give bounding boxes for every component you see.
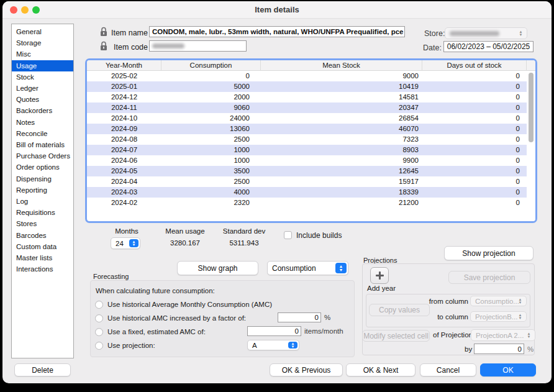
column-header[interactable]: Consumption — [161, 60, 261, 70]
table-scrollbar[interactable] — [527, 71, 535, 221]
table-cell: 2500 — [161, 134, 261, 145]
modify-selected-cell-label: Modify selected cell — [363, 332, 429, 340]
sidebar-item-custom-data[interactable]: Custom data — [12, 241, 73, 252]
by-percent-value: 0 — [518, 345, 522, 353]
amc-factor-input[interactable]: 0 — [278, 312, 321, 322]
sidebar-item-general[interactable]: General — [12, 26, 73, 37]
add-year-button[interactable] — [370, 267, 389, 284]
sidebar-item-backorders[interactable]: Backorders — [12, 105, 73, 116]
table-row[interactable]: 2024-042500159170 — [87, 176, 535, 187]
table-cell: 2320 — [161, 198, 261, 208]
ok-next-button[interactable]: OK & Next — [346, 363, 416, 376]
table-row[interactable]: 2024-1024000268540 — [87, 113, 535, 124]
table-cell: 2000 — [161, 92, 261, 103]
column-header-corner — [527, 60, 535, 70]
titlebar: Item details — [2, 1, 552, 19]
include-builds-checkbox[interactable] — [284, 231, 292, 239]
fixed-amc-input[interactable]: 0 — [247, 326, 301, 336]
table-cell: 0 — [422, 155, 527, 166]
table-row[interactable]: 2024-122000145810 — [87, 92, 535, 103]
ok-label: OK — [502, 366, 513, 375]
by-label: by — [465, 345, 472, 353]
sidebar-item-notes[interactable]: Notes — [12, 117, 73, 128]
date-range-field[interactable]: 06/02/2023 – 05/02/2025 — [443, 41, 534, 52]
item-name-input[interactable]: CONDOM, male, lubr., 53mm width, natural… — [149, 26, 405, 37]
sidebar-item-dispensing[interactable]: Dispensing — [12, 173, 73, 185]
table-cell: 0 — [422, 166, 527, 176]
column-header[interactable]: Days out of stock — [422, 60, 527, 70]
from-column-value: Consumptio... — [475, 298, 519, 305]
table-cell: 0 — [422, 92, 527, 103]
sidebar-item-purchase-orders[interactable]: Purchase Orders — [12, 150, 73, 162]
usage-table-header: Year-MonthConsumptionMean StockDays out … — [87, 60, 535, 71]
table-row[interactable]: 2025-015000104190 — [87, 81, 535, 92]
to-column-select[interactable]: ProjectionB... ▲▼ — [470, 311, 527, 322]
use-fixed-amc-radio[interactable] — [95, 328, 103, 336]
table-row[interactable]: 2024-053500126450 — [87, 166, 535, 176]
use-amc-factor-radio[interactable] — [95, 314, 103, 322]
table-row[interactable]: 2024-06100099000 — [87, 155, 535, 166]
table-cell: 2024-08 — [87, 134, 161, 145]
table-cell: 12645 — [261, 166, 422, 176]
item-code-input[interactable] — [149, 40, 247, 52]
table-cell: 0 — [161, 71, 261, 81]
sidebar-item-ledger[interactable]: Ledger — [12, 83, 73, 94]
of-projection-select[interactable]: ProjectionA 2... ▲▼ — [471, 329, 535, 341]
months-select[interactable]: 24 ▲▼ — [111, 237, 140, 249]
table-row[interactable]: 2025-02090000 — [87, 71, 535, 81]
sidebar-item-barcodes[interactable]: Barcodes — [12, 230, 73, 241]
sidebar-tab-list: GeneralStorageMiscUsageStockLedgerQuotes… — [11, 24, 74, 358]
sidebar-item-master-lists[interactable]: Master lists — [12, 252, 73, 263]
delete-button[interactable]: Delete — [14, 363, 71, 376]
sidebar-item-bill-of-materials[interactable]: Bill of materials — [12, 139, 73, 150]
cancel-button[interactable]: Cancel — [420, 363, 476, 376]
sidebar-item-stores[interactable]: Stores — [12, 218, 73, 229]
from-column-select[interactable]: Consumptio... ▲▼ — [470, 296, 527, 306]
ok-previous-button[interactable]: OK & Previous — [270, 363, 343, 376]
table-cell: 2024-09 — [87, 124, 161, 134]
sidebar-item-log[interactable]: Log — [12, 196, 73, 207]
sidebar-item-stock[interactable]: Stock — [12, 71, 73, 83]
table-row[interactable]: 2024-07100089030 — [87, 145, 535, 155]
table-cell: 24000 — [161, 113, 261, 124]
show-projection-button[interactable]: Show projection — [444, 246, 534, 260]
table-cell: 2024-07 — [87, 145, 161, 155]
use-projection-radio[interactable] — [95, 342, 103, 350]
table-row[interactable]: 2024-0913060460700 — [87, 124, 535, 134]
table-cell: 3500 — [161, 166, 261, 176]
graph-series-select[interactable]: Consumption ▲▼ — [267, 261, 348, 275]
sidebar-item-storage[interactable]: Storage — [12, 37, 73, 48]
sidebar-item-usage[interactable]: Usage — [12, 60, 73, 71]
table-cell: 5000 — [161, 81, 261, 92]
table-cell: 0 — [422, 81, 527, 92]
table-cell: 2024-06 — [87, 155, 161, 166]
use-amc-radio[interactable] — [95, 301, 103, 309]
column-header[interactable]: Mean Stock — [261, 60, 422, 70]
table-cell: 1000 — [161, 145, 261, 155]
amc-factor-value: 0 — [315, 314, 319, 321]
table-row[interactable]: 2024-119060203470 — [87, 103, 535, 113]
sidebar-item-reconcile[interactable]: Reconcile — [12, 128, 73, 139]
sidebar-item-quotes[interactable]: Quotes — [12, 94, 73, 105]
save-projection-button[interactable]: Save projection — [448, 271, 530, 284]
table-row[interactable]: 2024-022320212000 — [87, 198, 535, 208]
table-row[interactable]: 2024-034000183390 — [87, 187, 535, 198]
column-header[interactable]: Year-Month — [87, 60, 161, 70]
table-cell: 7323 — [261, 134, 422, 145]
sidebar-item-interactions[interactable]: Interactions — [12, 263, 73, 275]
sidebar-item-reporting[interactable]: Reporting — [12, 185, 73, 196]
modify-selected-cell-button[interactable]: Modify selected cell — [362, 330, 430, 342]
table-row[interactable]: 2024-08250073230 — [87, 134, 535, 145]
by-percent-input[interactable]: 0 — [474, 344, 524, 354]
table-cell: 14581 — [261, 92, 422, 103]
ok-button[interactable]: OK — [480, 363, 536, 376]
show-graph-button[interactable]: Show graph — [177, 261, 258, 275]
table-cell: 0 — [422, 198, 527, 208]
sidebar-item-order-options[interactable]: Order options — [12, 162, 73, 173]
sidebar-item-misc[interactable]: Misc — [12, 48, 73, 60]
store-select[interactable]: ▲▼ — [445, 27, 527, 39]
projection-letter-select[interactable]: A ▲▼ — [247, 340, 299, 350]
table-scrollbar-thumb[interactable] — [529, 73, 534, 142]
sidebar-item-requisitions[interactable]: Requisitions — [12, 207, 73, 218]
table-cell: 2025-01 — [87, 81, 161, 92]
